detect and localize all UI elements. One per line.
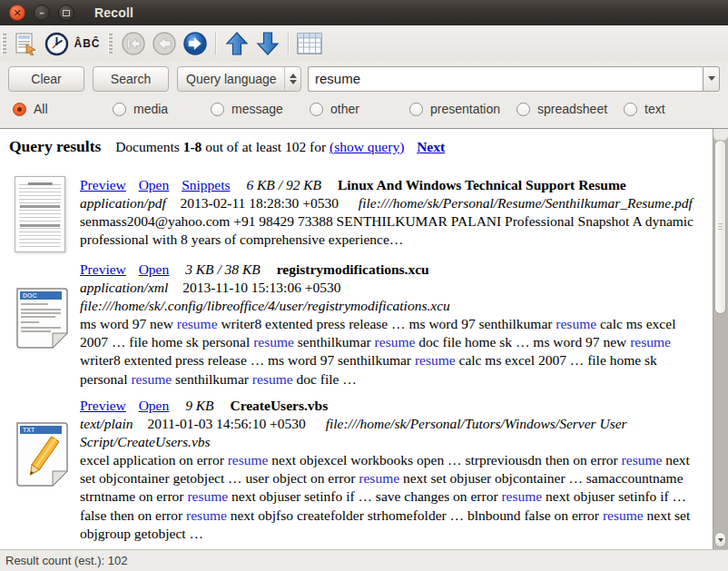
radio-icon [624, 103, 637, 116]
result-size: 9 KB [185, 398, 213, 413]
toolbar: ÂBĈ [0, 25, 728, 62]
first-page-icon [121, 31, 146, 56]
open-link[interactable]: Open [139, 261, 170, 277]
open-link[interactable]: Open [139, 398, 170, 413]
toolbar-separator [215, 33, 217, 54]
sort-by-date-button[interactable] [41, 29, 72, 58]
radio-icon [113, 103, 126, 116]
result-table-icon [297, 33, 322, 54]
previous-page-button[interactable] [149, 29, 180, 58]
search-input[interactable] [308, 66, 703, 92]
status-bar: Result count (est.): 102 [0, 549, 728, 571]
preview-link[interactable]: Preview [80, 398, 126, 413]
search-mode-label: Query language [178, 72, 284, 86]
result-item: DOC Preview Open 3 KB / 38 KB registrymo… [9, 261, 703, 389]
result-size: 3 KB / 38 KB [185, 261, 261, 277]
result-title: Linux And Windows Technical Support Resu… [338, 177, 626, 192]
result-title: registrymodifications.xcu [277, 261, 429, 277]
down-arrow-icon [256, 31, 280, 56]
search-history-dropdown[interactable] [703, 66, 720, 92]
close-icon: ✕ [13, 7, 21, 19]
filter-spreadsheet[interactable]: spreadsheet [516, 102, 607, 116]
minimize-button[interactable]: – [34, 5, 50, 21]
result-item: TXT Preview Open 9 KB CreateUsers.vbs [9, 397, 703, 543]
open-link[interactable]: Open [139, 177, 170, 192]
category-filters: All media message other presentation spr… [0, 94, 728, 127]
previous-page-icon [152, 31, 177, 56]
search-button[interactable]: Search [93, 66, 169, 92]
result-date: 2011-01-03 14:56:10 +0530 [147, 416, 305, 431]
chevron-down-icon [708, 76, 715, 81]
maximize-icon [63, 10, 70, 16]
window-title: Recoll [94, 5, 133, 20]
maximize-button[interactable] [58, 5, 74, 21]
scrollbar-down-button[interactable] [714, 532, 726, 547]
filter-text[interactable]: text [624, 102, 665, 116]
results-summary: Documents 1-8 out of at least 102 for [115, 139, 326, 154]
result-snippet: ms word 97 new resume writer8 extented p… [80, 315, 703, 389]
filter-all[interactable]: All [13, 102, 48, 116]
result-count: Result count (est.): 102 [5, 554, 127, 567]
result-mime: text/plain [80, 416, 133, 431]
title-bar: ✕ – Recoll [0, 0, 728, 26]
filter-media[interactable]: media [113, 102, 168, 116]
next-page-button[interactable] [180, 29, 211, 58]
result-size: 6 KB / 92 KB [246, 177, 321, 192]
close-button[interactable]: ✕ [9, 5, 25, 21]
results-title: Query results [9, 137, 101, 155]
first-page-button[interactable] [118, 29, 149, 58]
result-title: CreateUsers.vbs [230, 398, 328, 413]
clear-button[interactable]: Clear [8, 66, 84, 92]
term-explorer-icon: ÂBĈ [74, 37, 101, 50]
radio-icon [310, 103, 323, 116]
search-controls: Clear Search Query language [0, 64, 728, 93]
scroll-down-button[interactable] [252, 29, 283, 58]
results-scrollbar[interactable] [713, 129, 728, 549]
minimize-icon: – [39, 7, 44, 19]
filter-message[interactable]: message [211, 102, 283, 116]
results-pane: Query results Documents 1-8 out of at le… [0, 128, 728, 549]
result-date: 2013-02-11 18:28:30 +0530 [181, 195, 339, 211]
up-arrow-icon [225, 31, 249, 56]
result-url: file:///home/sk/.config/libreoffice/4/us… [80, 298, 450, 313]
term-explorer-button[interactable]: ÂBĈ [72, 29, 103, 58]
preview-link[interactable]: Preview [80, 177, 126, 192]
result-url: file:///home/sk/Personal/Resume/Senthilk… [359, 195, 693, 211]
toolbar-drag-handle[interactable] [2, 34, 6, 54]
next-page-icon [182, 31, 208, 56]
radio-icon [211, 103, 224, 116]
result-snippet: excel application on error resume next o… [80, 451, 703, 543]
scrollbar-grip-icon [718, 223, 723, 231]
clock-icon [44, 32, 69, 56]
spinner-arrows-icon [284, 67, 300, 91]
result-thumbnail-doc[interactable]: DOC [11, 286, 73, 353]
result-table-button[interactable] [294, 29, 325, 58]
result-mime: application/pdf [80, 195, 166, 211]
radio-icon [409, 103, 423, 116]
search-mode-select[interactable]: Query language [177, 66, 301, 92]
result-item: Preview Open Snippets 6 KB / 92 KB Linux… [9, 176, 703, 252]
advanced-search-button[interactable] [10, 29, 41, 58]
filter-presentation[interactable]: presentation [409, 102, 500, 116]
svg-text:TXT: TXT [23, 427, 35, 433]
radio-icon [13, 103, 26, 116]
scroll-down-icon [718, 538, 723, 542]
toolbar-separator-handle [108, 34, 113, 54]
radio-icon [516, 103, 530, 116]
result-abstract: senmass2004@yahoo.com +91 98429 73388 SE… [80, 212, 703, 249]
snippets-link[interactable]: Snippets [182, 177, 230, 192]
scroll-up-button[interactable] [221, 29, 252, 58]
advanced-search-icon [14, 32, 37, 55]
toolbar-separator [288, 33, 290, 54]
result-thumbnail-txt[interactable]: TXT [11, 420, 73, 491]
show-query-link[interactable]: (show query) [330, 139, 404, 154]
result-mime: application/xml [80, 280, 168, 295]
next-page-link[interactable]: Next [417, 139, 445, 154]
result-date: 2013-11-10 15:13:06 +0530 [182, 280, 340, 295]
result-thumbnail-pdf[interactable] [15, 176, 65, 252]
scrollbar-thumb[interactable] [714, 140, 726, 314]
filter-other[interactable]: other [310, 102, 359, 116]
svg-text:DOC: DOC [23, 292, 37, 299]
preview-link[interactable]: Preview [80, 261, 126, 277]
results-header: Query results Documents 1-8 out of at le… [9, 136, 703, 157]
